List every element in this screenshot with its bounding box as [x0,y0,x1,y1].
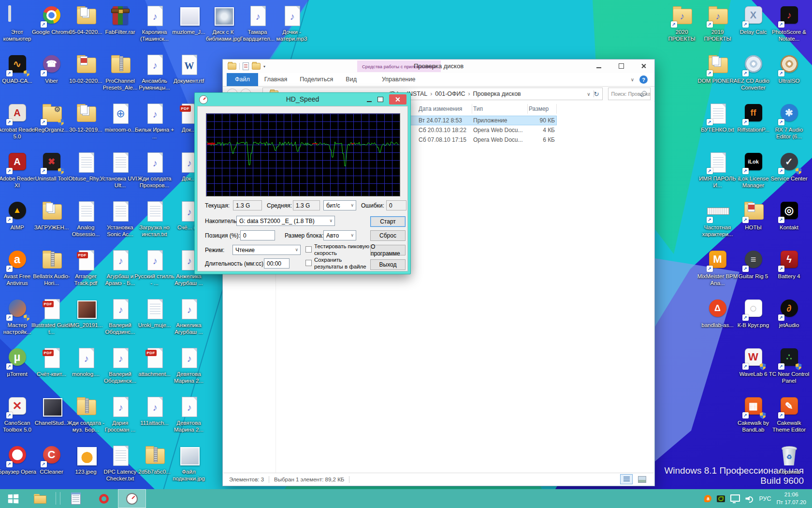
desktop-icon-wavelab-6[interactable]: W↗WaveLab 6 [736,346,770,377]
desktop-icon-rx-7-audio-editor-6[interactable]: ✱↗RX 7 Audio Editor (6... [772,102,806,140]
desktop-icon-жди-солдата-муз-бор[interactable]: Жди солдата - муз. Бор... [69,395,103,433]
desktop-icon-illustrated-guide-t[interactable]: Illustrated Guide t... [34,297,69,335]
desktop-icon-img-20191[interactable]: IMG_20191... [69,297,103,329]
taskbar-file-explorer[interactable] [26,489,54,508]
thumbnail-view-button[interactable] [636,474,648,484]
desktop-icon-photoscore-notate[interactable]: ♪↗PhotoScore & Notate... [772,4,806,42]
position-input[interactable]: 0 [240,230,275,240]
breadcrumb-item[interactable]: Проверка дисков [473,90,521,97]
hdspeed-titlebar[interactable]: HD_Speed [195,93,410,106]
desktop-icon-ансамбль-румяницы[interactable]: Ансамбль Румяницы... [137,53,172,91]
desktop-icon-service-center[interactable]: ✓↗Service Center [772,150,806,182]
tab-вид[interactable]: Вид [339,73,363,86]
desktop-icon-валерий-ободзинс[interactable]: Валерий Ободзинс... [103,297,137,335]
help-icon[interactable]: ? [639,75,648,84]
desktop-icon-mixmeister-bpm-ana[interactable]: M↗MixMeister BPM Ana... [700,248,735,286]
column-header-type[interactable]: Тип [472,104,528,114]
desktop-icon-google-chrome[interactable]: ↗Google Chrome [34,4,69,35]
desktop-icon-prochannel-presets-ale[interactable]: ProChannel Presets_Ale... [103,53,137,91]
desktop-icon-fabfilter-rar[interactable]: FabFilter.rar [103,4,137,35]
current-value-field[interactable]: 1.3 G [233,200,262,210]
desktop-icon-файл-подкачки-jpg[interactable]: Файл подкачки.jpg [172,444,206,482]
maximize-button[interactable] [377,97,383,102]
desktop-icon-dpc-latency-checker-txt[interactable]: DPC Latency Checker.txt [103,444,137,482]
desktop-icon-10-02-2020[interactable]: 10-02-2020... [69,53,103,84]
desktop-icon-riffstationp[interactable]: ff↗RiffstationP... [736,102,770,133]
desktop-icon-этот-компьютер[interactable]: Этот компьютер [0,4,34,42]
mode-select[interactable]: Чтение [232,245,301,255]
desktop-icon-ez-cd-audio-converter[interactable]: ↗EZ CD Audio Converter [736,53,770,91]
desktop-icon-жди-солдата-прохоров[interactable]: Жди солдата Прохоров... [137,150,172,189]
desktop-icon-analog-obsessio[interactable]: Analog Obsessio... [69,199,103,238]
column-header-date[interactable]: Дата изменения [418,104,472,114]
desktop-icon-30-12-2019[interactable]: 30-12-2019... [69,102,103,133]
desktop-icon-cakewalk-by-bandlab[interactable]: ▦↗Cakewalk by BandLab [736,395,770,433]
start-button[interactable] [0,489,26,508]
details-view-button[interactable] [620,474,633,484]
minimize-button[interactable] [593,61,605,70]
desktop-icon-123-jpeg[interactable]: 123.jpeg [69,444,103,475]
tab-файл[interactable]: Файл [227,73,258,86]
desktop-icon-regorganiz[interactable]: ↗RegOrganiz... [34,102,69,133]
desktop-icon-каролина-тишинск[interactable]: Каролина (Тишинск... [137,4,172,42]
minimize-button[interactable] [367,101,372,102]
desktop-icon-загружен[interactable]: ЗАГРУЖЕН... [34,199,69,231]
desktop-icon-kontakt[interactable]: ◎↗Kontakt [772,199,806,231]
desktop-icon-111attach[interactable]: 111attach... [137,395,172,426]
desktop-icon-arranger-track-pdf[interactable]: Arranger Track.pdf [69,248,103,286]
desktop-icon-battery-4[interactable]: ϟ↗Battery 4 [772,248,806,280]
network-tray-icon[interactable] [730,494,740,502]
desktop-icon-aimp[interactable]: ▲↗AIMP [0,199,34,231]
desktop-icon-частотная-характери[interactable]: ↗Частотная характери... [700,199,735,238]
maximize-button[interactable] [615,61,627,70]
desktop-icon-avast-free-antivirus[interactable]: a↗Avast Free Antivirus [0,248,34,286]
desktop-icon-chanelstud[interactable]: ChanelStud... [34,395,69,426]
refresh-icon[interactable]: ↻ [594,90,599,98]
desktop-icon-uninstall-tool[interactable]: ✖↗Uninstall Tool [34,150,69,182]
desktop-icon-delay-calc[interactable]: X↗Delay Calc [736,4,770,35]
average-value-field[interactable]: 1.3 G [293,200,320,210]
taskbar-opera[interactable] [90,489,118,508]
test-peak-checkbox[interactable] [305,246,312,253]
desktop-icon-uroki-muje[interactable]: Uroki_muje... [137,297,172,329]
breadcrumb-item[interactable]: 001-ОФИС [435,90,465,97]
taskbar-clock[interactable]: 21:06 Пт 17.07.20 [777,491,807,506]
desktop-icon-2019-проекты[interactable]: ↗2019 ПРОЕКТЫ [700,4,735,42]
desktop-icon-установка-sonic-ac[interactable]: Установка Sonic Ac... [103,199,137,238]
unit-select[interactable]: бит/с [323,200,356,210]
desktop-icon-acrobat-reader-5-0[interactable]: A↗Acrobat Reader 5.0 [0,102,34,140]
explorer-titlebar[interactable]: ▾ Средства работы с приложениями Проверк… [223,60,654,73]
desktop-icon-muzlome-j[interactable]: muzlome_J... [172,4,206,35]
desktop-icon-агурбаш-и-арамэ-б[interactable]: Агурбаш и Арамэ - Б... [103,248,137,286]
desktop-icon-тамара-гвардцител[interactable]: Тамара Гвардцител... [240,4,275,42]
desktop-icon-дочки-матери-mp3[interactable]: Дочки - матери.mp3 [275,4,309,42]
tab-поделиться[interactable]: Поделиться [293,73,339,86]
tab-главная[interactable]: Главная [258,73,294,86]
desktop-icon-билык-ирина[interactable]: Билык Ирина + ... [137,102,172,140]
desktop-icon-ultraiso[interactable]: ↗UltraISO [772,53,806,84]
desktop-icon-документ-rtf[interactable]: Документ.rtf [172,53,206,84]
desktop-icon-русский-стилль[interactable]: Русский стилль - ... [137,248,172,286]
desktop-icon-adobe-reader-xi[interactable]: A↗Adobe Reader XI [0,150,34,189]
desktop-icon-к-в-круг-png[interactable]: ◌↗К-В Круг.png [736,297,770,329]
desktop-icon-ccleaner[interactable]: C↗CCleaner [34,444,69,475]
desktop-icon-бутенко-txt[interactable]: ↗БУТЕНКО.txt [700,102,735,133]
tab-управление[interactable]: Управление [376,73,422,86]
desktop-icon-браузер-opera[interactable]: ↗Браузер Opera [0,444,34,475]
desktop-icon-viber[interactable]: ☎↗Viber [34,53,69,84]
desktop-icon-счёт-квит[interactable]: Счёт-квит... [34,346,69,377]
desktop-icon-дария-гроссман[interactable]: Дария Гроссман ... [103,395,137,433]
desktop-icon-2020-проекты[interactable]: ↗2020 ПРОЕКТЫ [665,4,699,42]
avast-tray-icon[interactable] [704,495,711,502]
duration-input[interactable]: 00:00 [264,258,290,269]
address-dropdown-icon[interactable]: ∨ [587,91,590,97]
desktop-icon-mixroom-o[interactable]: mixroom-o... [103,102,137,133]
start-button[interactable]: Старт [370,216,406,227]
exit-button[interactable]: Выход [370,259,406,270]
reset-button[interactable]: Сброс [370,230,406,241]
desktop-icon-bandlab-as[interactable]: Δbandlab-as... [700,297,735,329]
desktop-icon-guitar-rig-5[interactable]: ≡↗Guitar Rig 5 [736,248,770,280]
column-header-size[interactable]: Размер [528,104,557,114]
close-button[interactable] [389,94,406,105]
taskbar-hd-speed[interactable] [118,489,146,508]
